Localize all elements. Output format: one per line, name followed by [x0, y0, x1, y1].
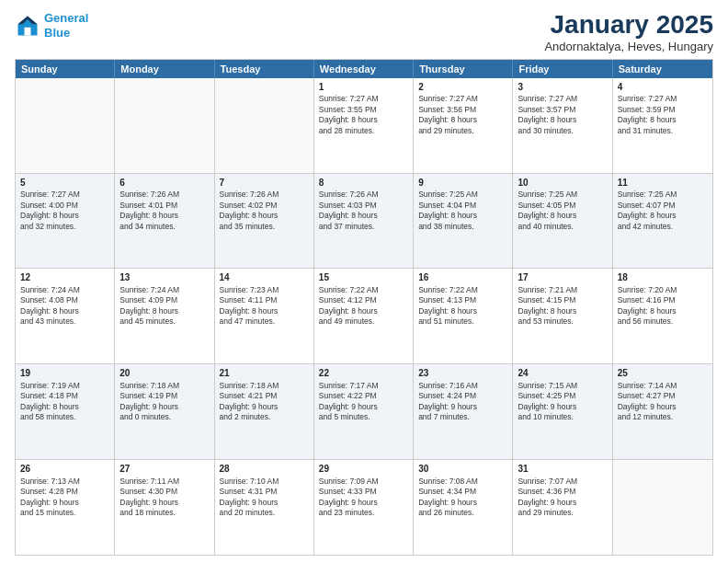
cal-row-1: 5Sunrise: 7:27 AMSunset: 4:00 PMDaylight… [16, 173, 712, 269]
day-number: 13 [119, 271, 209, 284]
day-info: Daylight: 8 hours [319, 211, 408, 221]
day-info: and 7 minutes. [418, 412, 507, 422]
cal-cell-3-5: 24Sunrise: 7:15 AMSunset: 4:25 PMDayligh… [513, 364, 612, 459]
day-number: 9 [418, 177, 507, 190]
day-info: Sunset: 4:31 PM [220, 487, 309, 497]
cal-cell-1-1: 6Sunrise: 7:26 AMSunset: 4:01 PMDaylight… [115, 174, 214, 269]
day-info: Daylight: 8 hours [618, 115, 708, 125]
day-info: Sunrise: 7:27 AM [518, 94, 607, 104]
day-info: Sunrise: 7:26 AM [319, 190, 408, 200]
day-info: Sunset: 4:25 PM [518, 391, 607, 401]
day-info: Daylight: 9 hours [319, 498, 408, 508]
day-number: 2 [418, 81, 507, 94]
day-info: and 10 minutes. [518, 412, 607, 422]
day-info: and 42 minutes. [618, 222, 708, 232]
day-info: Daylight: 9 hours [220, 498, 309, 508]
day-info: Sunrise: 7:26 AM [119, 190, 209, 200]
cal-cell-3-1: 20Sunrise: 7:18 AMSunset: 4:19 PMDayligh… [115, 364, 214, 459]
cal-cell-3-2: 21Sunrise: 7:18 AMSunset: 4:21 PMDayligh… [215, 364, 314, 459]
day-number: 5 [20, 177, 109, 190]
day-info: Daylight: 9 hours [618, 402, 708, 412]
cal-cell-3-3: 22Sunrise: 7:17 AMSunset: 4:22 PMDayligh… [314, 364, 414, 459]
cal-cell-2-5: 17Sunrise: 7:21 AMSunset: 4:15 PMDayligh… [513, 269, 612, 363]
day-info: Sunset: 4:34 PM [418, 487, 507, 497]
cal-cell-0-3: 1Sunrise: 7:27 AMSunset: 3:55 PMDaylight… [314, 78, 414, 173]
day-info: and 0 minutes. [119, 412, 209, 422]
day-info: Sunrise: 7:25 AM [518, 190, 607, 200]
cal-cell-1-0: 5Sunrise: 7:27 AMSunset: 4:00 PMDaylight… [16, 174, 115, 269]
day-info: Sunset: 4:21 PM [220, 391, 309, 401]
day-info: Daylight: 8 hours [119, 211, 209, 221]
cal-cell-4-1: 27Sunrise: 7:11 AMSunset: 4:30 PMDayligh… [115, 460, 214, 555]
day-info: Sunrise: 7:10 AM [220, 477, 309, 487]
day-number: 26 [20, 463, 109, 476]
day-info: Sunrise: 7:18 AM [119, 381, 209, 391]
cal-cell-0-4: 2Sunrise: 7:27 AMSunset: 3:56 PMDaylight… [414, 78, 513, 173]
day-info: Daylight: 9 hours [518, 402, 607, 412]
day-number: 11 [618, 177, 708, 190]
day-info: Sunset: 4:24 PM [418, 391, 507, 401]
day-info: Daylight: 8 hours [518, 115, 607, 125]
day-number: 1 [319, 81, 408, 94]
cal-cell-2-1: 13Sunrise: 7:24 AMSunset: 4:09 PMDayligh… [115, 269, 214, 363]
header-saturday: Saturday [613, 60, 712, 78]
cal-cell-2-3: 15Sunrise: 7:22 AMSunset: 4:12 PMDayligh… [314, 269, 414, 363]
day-info: Sunset: 4:36 PM [518, 487, 607, 497]
day-info: Sunset: 4:00 PM [20, 201, 109, 211]
day-info: Daylight: 8 hours [518, 211, 607, 221]
day-info: Daylight: 8 hours [618, 306, 708, 316]
day-info: Sunset: 4:01 PM [119, 201, 209, 211]
logo: General Blue [15, 11, 88, 40]
cal-cell-2-2: 14Sunrise: 7:23 AMSunset: 4:11 PMDayligh… [215, 269, 314, 363]
day-info: Sunrise: 7:18 AM [220, 381, 309, 391]
day-info: Sunrise: 7:22 AM [319, 285, 408, 295]
subtitle: Andornaktalya, Heves, Hungary [544, 40, 713, 53]
calendar-body: 1Sunrise: 7:27 AMSunset: 3:55 PMDaylight… [16, 78, 712, 555]
day-info: Daylight: 8 hours [418, 115, 507, 125]
day-info: Daylight: 8 hours [119, 306, 209, 316]
day-number: 22 [319, 367, 408, 380]
day-info: Sunrise: 7:17 AM [319, 381, 408, 391]
day-info: and 18 minutes. [119, 508, 209, 518]
day-number: 8 [319, 177, 408, 190]
day-info: Daylight: 9 hours [418, 402, 507, 412]
day-info: Sunset: 4:27 PM [618, 391, 708, 401]
day-number: 12 [20, 271, 109, 284]
cal-row-2: 12Sunrise: 7:24 AMSunset: 4:08 PMDayligh… [16, 268, 712, 363]
cal-row-3: 19Sunrise: 7:19 AMSunset: 4:18 PMDayligh… [16, 363, 712, 459]
day-info: Daylight: 9 hours [319, 402, 408, 412]
day-info: and 38 minutes. [418, 222, 507, 232]
day-info: Sunrise: 7:27 AM [618, 94, 708, 104]
day-info: Sunrise: 7:24 AM [119, 285, 209, 295]
day-number: 7 [220, 177, 309, 190]
day-info: Sunset: 4:12 PM [319, 295, 408, 305]
day-info: and 34 minutes. [119, 222, 209, 232]
day-info: Sunset: 4:22 PM [319, 391, 408, 401]
day-info: Sunset: 4:30 PM [119, 487, 209, 497]
day-info: Daylight: 9 hours [518, 498, 607, 508]
day-info: Sunset: 4:04 PM [418, 201, 507, 211]
svg-marker-2 [25, 27, 31, 35]
day-info: Daylight: 9 hours [220, 402, 309, 412]
cal-row-0: 1Sunrise: 7:27 AMSunset: 3:55 PMDaylight… [16, 78, 712, 173]
header: General Blue January 2025 Andornaktalya,… [15, 11, 713, 53]
day-info: and 15 minutes. [20, 508, 109, 518]
cal-cell-0-6: 4Sunrise: 7:27 AMSunset: 3:59 PMDaylight… [613, 78, 712, 173]
day-info: Daylight: 8 hours [418, 211, 507, 221]
day-info: Sunrise: 7:15 AM [518, 381, 607, 391]
day-info: and 58 minutes. [20, 412, 109, 422]
cal-cell-4-2: 28Sunrise: 7:10 AMSunset: 4:31 PMDayligh… [215, 460, 314, 555]
cal-cell-1-5: 10Sunrise: 7:25 AMSunset: 4:05 PMDayligh… [513, 174, 612, 269]
day-info: and 12 minutes. [618, 412, 708, 422]
cal-cell-1-4: 9Sunrise: 7:25 AMSunset: 4:04 PMDaylight… [414, 174, 513, 269]
day-info: Daylight: 9 hours [119, 498, 209, 508]
day-info: and 37 minutes. [319, 222, 408, 232]
day-info: and 30 minutes. [518, 126, 607, 136]
day-info: Sunset: 3:59 PM [618, 105, 708, 115]
day-info: Sunset: 4:15 PM [518, 295, 607, 305]
header-sunday: Sunday [16, 60, 115, 78]
cal-cell-2-6: 18Sunrise: 7:20 AMSunset: 4:16 PMDayligh… [613, 269, 712, 363]
day-info: Sunset: 4:08 PM [20, 295, 109, 305]
day-info: and 5 minutes. [319, 412, 408, 422]
day-info: Sunset: 4:19 PM [119, 391, 209, 401]
